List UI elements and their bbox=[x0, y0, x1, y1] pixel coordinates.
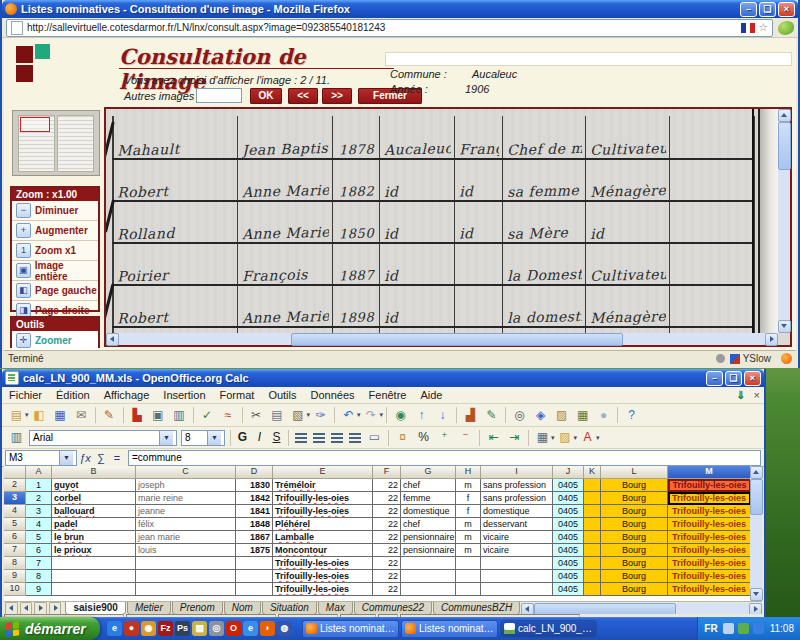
column-header-G[interactable]: G bbox=[401, 466, 456, 479]
zoom-item-zoom-x1[interactable]: 1Zoom x1 bbox=[12, 241, 98, 261]
menu-outils[interactable]: Outils bbox=[261, 389, 303, 401]
column-header-L[interactable]: L bbox=[601, 466, 668, 479]
cell-C4[interactable]: jeanne bbox=[136, 505, 236, 518]
scroll-right-button[interactable] bbox=[765, 333, 778, 346]
cell-B8[interactable] bbox=[52, 557, 136, 570]
cell-D6[interactable]: 1867 bbox=[236, 531, 273, 544]
toolbar-align-justify[interactable] bbox=[346, 430, 364, 446]
grid-scroll-up[interactable] bbox=[750, 466, 763, 479]
column-header-F[interactable]: F bbox=[373, 466, 401, 479]
cell-B2[interactable]: guyot bbox=[52, 479, 136, 492]
spreadsheet-grid[interactable]: ABCDEFGHIJKLM21guyotjoseph1830Tréméloir2… bbox=[4, 466, 762, 601]
toolbar-merge-cells[interactable]: ▭ bbox=[365, 428, 384, 447]
vscroll-thumb[interactable] bbox=[778, 122, 791, 170]
hscroll-thumb[interactable] bbox=[291, 333, 623, 346]
cell-K4[interactable] bbox=[584, 505, 601, 518]
toolbar-underline[interactable]: S bbox=[269, 430, 284, 445]
calc-minimize-button[interactable]: – bbox=[706, 371, 723, 386]
minimize-button[interactable]: – bbox=[740, 2, 757, 17]
toolbar-italic[interactable]: I bbox=[252, 430, 267, 445]
toolbar-save[interactable]: ▦ bbox=[51, 406, 70, 425]
quicklaunch-firefox[interactable]: ◗ bbox=[260, 621, 275, 636]
cell-L6[interactable]: Bourg bbox=[601, 531, 668, 544]
cell-I7[interactable]: vicaire bbox=[481, 544, 553, 557]
cell-B5[interactable]: padel bbox=[52, 518, 136, 531]
cell-K5[interactable] bbox=[584, 518, 601, 531]
cell-A9[interactable]: 8 bbox=[26, 570, 52, 583]
toolbar-hyperlink[interactable]: ◉ bbox=[391, 406, 410, 425]
toolbar-page-preview[interactable]: ▥ bbox=[170, 406, 189, 425]
calc-maximize-button[interactable]: ❏ bbox=[725, 371, 742, 386]
toolbar-sort-ascending[interactable]: ↑ bbox=[412, 406, 431, 425]
font-name-select[interactable]: Arial▼ bbox=[29, 430, 177, 446]
cell-J3[interactable]: 0405 bbox=[553, 492, 584, 505]
scroll-up-button[interactable] bbox=[778, 109, 791, 122]
gear-icon[interactable] bbox=[716, 354, 725, 363]
calc-titlebar[interactable]: calc_LN_900_MM.xls - OpenOffice.org Calc… bbox=[2, 369, 764, 387]
menu-donnees[interactable]: Données bbox=[304, 389, 362, 401]
row-header-4[interactable]: 4 bbox=[4, 505, 26, 518]
grid-vscrollbar[interactable] bbox=[750, 466, 762, 601]
cell-F6[interactable]: 22 bbox=[373, 531, 401, 544]
toolbar-help[interactable]: ? bbox=[622, 406, 641, 425]
viewer-vscrollbar[interactable] bbox=[778, 109, 790, 333]
equals-icon[interactable]: = bbox=[109, 452, 125, 464]
menu-edition[interactable]: Édition bbox=[49, 389, 97, 401]
cell-J6[interactable]: 0405 bbox=[553, 531, 584, 544]
cell-G5[interactable]: chef bbox=[401, 518, 456, 531]
cell-G2[interactable]: chef bbox=[401, 479, 456, 492]
cell-E3[interactable]: Trifouilly-les-oies bbox=[273, 492, 373, 505]
cell-K2[interactable] bbox=[584, 479, 601, 492]
chevron-down-icon[interactable]: ▼ bbox=[207, 431, 221, 445]
cell-H6[interactable]: m bbox=[456, 531, 481, 544]
cell-B3[interactable]: corbel bbox=[52, 492, 136, 505]
quicklaunch-cd-burner[interactable]: ◎ bbox=[209, 621, 224, 636]
download-icon[interactable]: ⇓ bbox=[736, 389, 745, 402]
column-header-M[interactable]: M bbox=[668, 466, 751, 479]
start-button[interactable]: démarrer bbox=[0, 617, 100, 640]
toolbar-clone-formatting[interactable]: ✑ bbox=[311, 406, 330, 425]
toolbar-show-draw[interactable]: ✎ bbox=[482, 406, 501, 425]
viewer-hscrollbar[interactable] bbox=[106, 333, 778, 345]
toolbar-copy[interactable]: ▤ bbox=[268, 406, 287, 425]
cell-L4[interactable]: Bourg bbox=[601, 505, 668, 518]
zoom-item-diminuer[interactable]: −Diminuer bbox=[12, 201, 98, 221]
cell-F8[interactable]: 22 bbox=[373, 557, 401, 570]
taskbar-button-listes-nominatives[interactable]: Listes nominatives - ... bbox=[302, 620, 399, 638]
cell-B4[interactable]: ballouard bbox=[52, 505, 136, 518]
close-button[interactable]: × bbox=[778, 2, 795, 17]
menu-fenetre[interactable]: Fenêtre bbox=[362, 389, 414, 401]
cell-G9[interactable] bbox=[401, 570, 456, 583]
cell-F4[interactable]: 22 bbox=[373, 505, 401, 518]
cell-J7[interactable]: 0405 bbox=[553, 544, 584, 557]
toolbar-open[interactable]: ◧ bbox=[30, 406, 49, 425]
cell-K3[interactable] bbox=[584, 492, 601, 505]
zoom-item-augmenter[interactable]: +Augmenter bbox=[12, 221, 98, 241]
grid-vscroll-thumb[interactable] bbox=[750, 479, 763, 515]
cell-D7[interactable]: 1875 bbox=[236, 544, 273, 557]
dropdown-arrow-icon[interactable]: ▾ bbox=[380, 411, 384, 419]
quicklaunch-opera[interactable]: O bbox=[226, 621, 241, 636]
cell-I2[interactable]: sans profession bbox=[481, 479, 553, 492]
cell-H9[interactable] bbox=[456, 570, 481, 583]
cell-C6[interactable]: jean marie bbox=[136, 531, 236, 544]
column-header-D[interactable]: D bbox=[236, 466, 273, 479]
cell-D2[interactable]: 1830 bbox=[236, 479, 273, 492]
quicklaunch-photoshop[interactable]: Ps bbox=[175, 621, 190, 636]
cell-F7[interactable]: 22 bbox=[373, 544, 401, 557]
toolbar-datapilot[interactable]: ▦ bbox=[573, 406, 592, 425]
cell-G3[interactable]: femme bbox=[401, 492, 456, 505]
cell-J4[interactable]: 0405 bbox=[553, 505, 584, 518]
toolbar-paste[interactable]: ▧ bbox=[289, 406, 308, 425]
dropdown-arrow-icon[interactable]: ▾ bbox=[307, 411, 311, 419]
volume-icon[interactable] bbox=[723, 623, 734, 634]
column-header-C[interactable]: C bbox=[136, 466, 236, 479]
toolbar-find-replace[interactable]: ◎ bbox=[510, 406, 529, 425]
toolbar-increase-indent[interactable]: ⇥ bbox=[505, 428, 524, 447]
cell-E9[interactable]: Trifouilly-les-oies bbox=[273, 570, 373, 583]
toolbar-export-pdf[interactable]: ▙ bbox=[128, 406, 147, 425]
network-icon[interactable] bbox=[753, 623, 764, 634]
cell-E2[interactable]: Tréméloir bbox=[273, 479, 373, 492]
cell-G4[interactable]: domestique bbox=[401, 505, 456, 518]
cell-B9[interactable] bbox=[52, 570, 136, 583]
